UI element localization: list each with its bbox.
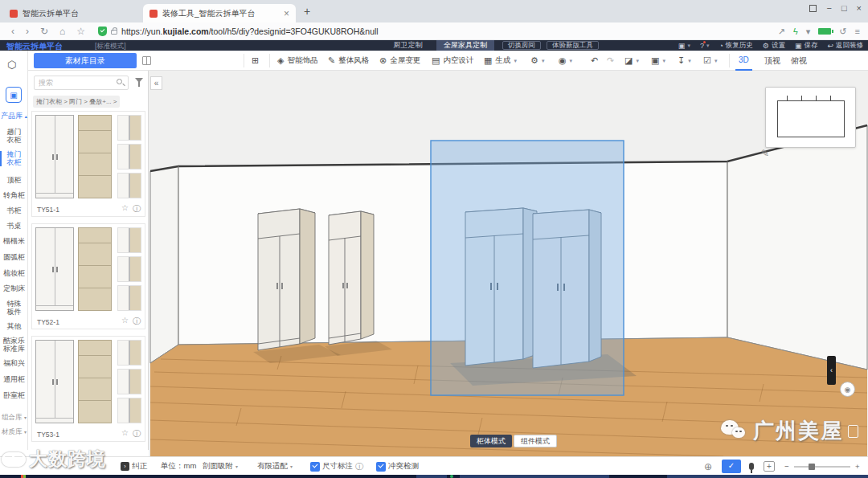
mic-button[interactable] — [747, 457, 755, 476]
sidebar-footer-combos[interactable]: 组合库 ▾ — [0, 413, 28, 423]
tab-close-icon[interactable]: × — [284, 8, 289, 19]
sidebar-item-custom-bed[interactable]: 定制床 — [0, 285, 28, 293]
sidebar-item-bedroom-cabinet[interactable]: 卧室柜 — [0, 392, 28, 400]
variant-thumb[interactable] — [117, 285, 141, 311]
browser-tab-2[interactable]: 装修工具_智能云拆单平台 × — [143, 4, 296, 22]
history-button[interactable]: ◔恢复历史 — [719, 41, 752, 51]
sidebar-item-sliding-wardrobe[interactable]: 趟门 衣柜 — [0, 129, 28, 144]
eraser-dropdown-button[interactable]: ◪▾ — [624, 51, 639, 71]
fit-view-button[interactable]: + — [764, 457, 775, 476]
view-tab-top[interactable]: 顶视 — [761, 51, 784, 71]
conflict-checkbox[interactable]: 冲突检测 — [376, 457, 419, 476]
favorite-star-icon[interactable]: ☆ — [121, 203, 129, 214]
sidebar-item-fuhexing[interactable]: 福和兴 — [0, 360, 28, 368]
help-button[interactable]: ?▾ — [700, 42, 710, 50]
back-icon[interactable]: ‹ — [11, 26, 14, 37]
window-pin-icon[interactable] — [809, 5, 817, 12]
variant-thumb[interactable] — [117, 115, 141, 141]
settings-button[interactable]: ⚙设置 — [763, 41, 785, 51]
sidebar-footer-materials[interactable]: 材质库 ▾ — [0, 427, 28, 437]
slider-knob[interactable] — [809, 464, 815, 470]
variant-thumb[interactable] — [117, 144, 141, 170]
forward-icon[interactable]: › — [26, 26, 29, 37]
cube-icon[interactable]: ⬡ — [7, 59, 16, 71]
window-minimize-icon[interactable]: − — [826, 3, 831, 13]
new-tab-button[interactable]: + — [304, 5, 310, 18]
bookmark-icon[interactable]: ☆ — [76, 26, 85, 37]
sidebar-item-tatami[interactable]: 榻榻米 — [0, 238, 28, 246]
window-close-icon[interactable]: × — [857, 3, 862, 13]
window-maximize-icon[interactable]: □ — [841, 3, 847, 13]
share-icon[interactable]: ↗ — [778, 27, 785, 37]
variant-thumb[interactable] — [117, 340, 141, 366]
sidebar-item-top-cabinet[interactable]: 顶柜 — [0, 177, 28, 185]
edit-pencil-icon[interactable]: ✎ — [761, 148, 769, 159]
redo-button[interactable]: ↷ — [607, 51, 614, 71]
sidebar-item-hinged-wardrobe[interactable]: 掩门 衣柜 — [0, 151, 28, 166]
home-icon[interactable]: ⌂ — [59, 26, 65, 37]
nav-whole-house[interactable]: 全屋家具定制 — [436, 40, 494, 51]
zoom-out-button[interactable]: − — [784, 457, 789, 476]
checklist-dropdown-button[interactable]: ☑▾ — [703, 51, 717, 71]
generate-button[interactable]: ▦生成▾ — [484, 51, 517, 71]
smart-accessory-button[interactable]: ◈智能饰品 — [277, 51, 317, 71]
sidebar-item-dresser[interactable]: 梳妆柜 — [0, 270, 28, 278]
sidebar-item-special-panels[interactable]: 特殊 板件 — [0, 300, 28, 316]
layout-columns-icon[interactable] — [142, 56, 151, 65]
undo-button[interactable]: ↶ — [591, 51, 598, 71]
component-mode-button[interactable]: 组件模式 — [514, 435, 557, 447]
product-card[interactable]: TY52-1 ☆ⓘ — [31, 223, 145, 329]
float-tool-button[interactable]: ◉ — [840, 382, 855, 397]
viewport-3d[interactable]: « ✎ ‹ ◉ 柜体模式 组件模式 广州美屋 — [149, 71, 868, 456]
new-tool-button[interactable]: 体验新版工具 — [547, 41, 599, 50]
sidebar-item-corner-cabinet[interactable]: 转角柜 — [0, 192, 28, 200]
sidebar-item-kujiale-standard[interactable]: 酷家乐 标准库 — [0, 337, 28, 353]
overall-style-button[interactable]: ✎整体风格 — [328, 51, 369, 71]
floorplan-minimap[interactable] — [765, 87, 856, 148]
download-dropdown-button[interactable]: ↧▾ — [678, 51, 691, 71]
url-bar[interactable]: https://yun.kujiale.com/tool/h5/diy?desi… — [98, 27, 379, 36]
sidebar-item-desk[interactable]: 书桌 — [0, 223, 28, 231]
browser-tab-1[interactable]: 智能云拆单平台 — [3, 4, 140, 22]
export-button[interactable]: ▣▾ — [678, 42, 690, 50]
sidebar-item-general-cabinet[interactable]: 通用柜 — [0, 376, 28, 384]
sidebar-header[interactable]: 产品库 ▴ — [0, 111, 28, 121]
sidebar-item-others[interactable]: 其他 — [0, 323, 28, 331]
visibility-dropdown-button[interactable]: ◉▾ — [559, 51, 572, 71]
side-panel-handle[interactable]: ‹ — [827, 356, 836, 385]
switch-room-button[interactable]: 切换房间 — [502, 41, 541, 50]
search-input[interactable] — [34, 76, 129, 90]
globe-button[interactable]: ⊕ — [704, 457, 712, 476]
save-button[interactable]: ▣保存 — [795, 41, 818, 51]
sidebar-item-arc-cabinet[interactable]: 圆弧柜 — [0, 254, 28, 262]
sidebar-item-bookcase[interactable]: 书柜 — [0, 207, 28, 215]
windows-start-icon[interactable] — [21, 475, 26, 478]
draw-mode-button[interactable]: ✓ — [722, 457, 741, 476]
wall-frame-dropdown-button[interactable]: ▣▾ — [651, 51, 665, 71]
zoom-in-button[interactable]: + — [855, 457, 860, 476]
search-icon[interactable] — [117, 79, 122, 84]
info-icon[interactable]: ⓘ — [133, 428, 141, 439]
expand-button[interactable]: ›纠正 — [121, 457, 147, 476]
active-app-icon[interactable]: ▣ — [6, 87, 22, 103]
variant-thumb[interactable] — [117, 173, 141, 198]
cabinet-mode-button[interactable]: 柜体模式 — [470, 435, 512, 447]
dimension-checkbox[interactable]: 尺寸标注ⓘ — [310, 457, 363, 476]
speed-icon[interactable]: ϟ — [793, 27, 798, 36]
info-icon[interactable]: ⓘ — [133, 203, 141, 214]
zoom-slider[interactable] — [794, 457, 850, 476]
history-restore-icon[interactable]: ↺ — [839, 27, 846, 37]
back-to-decor-button[interactable]: ↩返回装修 — [827, 41, 863, 51]
variant-thumb[interactable] — [117, 398, 141, 423]
caret-down-icon[interactable]: ▾ — [806, 27, 811, 37]
house-change-button[interactable]: ⊗全屋变更 — [379, 51, 420, 71]
variant-thumb[interactable] — [117, 256, 141, 282]
variant-thumb[interactable] — [117, 369, 141, 394]
windows-taskbar[interactable] — [0, 475, 868, 478]
info-icon[interactable]: ⓘ — [133, 316, 141, 327]
view-tab-overhead[interactable]: 俯视 — [788, 51, 810, 71]
view-tab-3d[interactable]: 3D — [735, 51, 752, 71]
grid-view-button[interactable]: ⊞ — [252, 51, 259, 71]
nav-kitchen-bath[interactable]: 厨卫定制 — [386, 40, 430, 51]
tools-dropdown-button[interactable]: ⚙▾ — [530, 51, 544, 71]
